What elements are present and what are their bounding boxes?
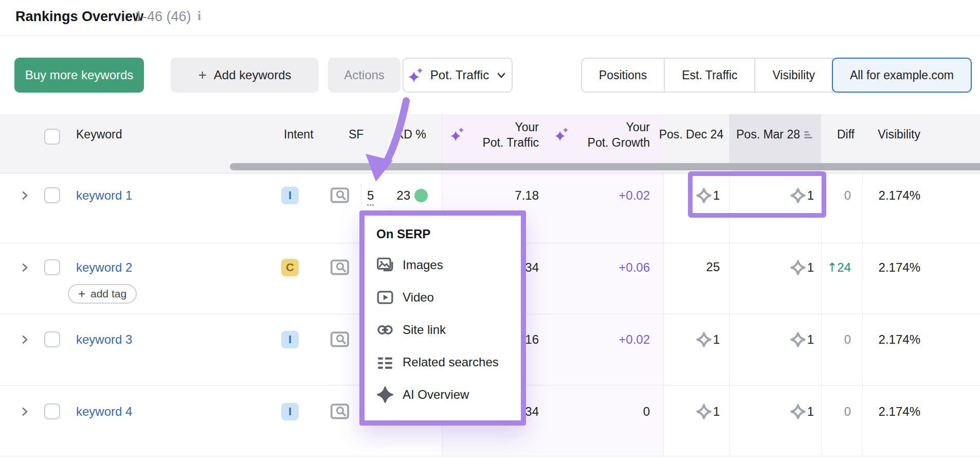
title-bar: Rankings Overview 1-46 (46) i (0, 0, 980, 36)
pot-traffic-value: 7.18 (515, 188, 539, 203)
diff-value: ↑24 (827, 260, 851, 275)
rankings-overview-page: Rankings Overview 1-46 (46) i Buy more k… (0, 0, 980, 459)
chevron-down-icon (495, 69, 507, 81)
col-header-pos-mar[interactable]: Pos. Mar 28 (736, 128, 813, 142)
serp-feature-label: Site link (403, 323, 446, 337)
tab-est-traffic[interactable]: Est. Traffic (665, 59, 755, 92)
row-checkbox[interactable] (44, 259, 60, 275)
position-dec-24-cell: 1 (696, 404, 720, 419)
position-value: 1 (713, 404, 720, 419)
serp-feature-label: AI Overview (403, 387, 469, 402)
ai-overview-icon (696, 404, 712, 419)
diff-value: 0 (844, 404, 851, 419)
ai-overview-icon (790, 260, 806, 275)
row-separator (0, 456, 980, 456)
info-icon[interactable]: i (197, 9, 201, 23)
column-divider (663, 173, 664, 456)
pot-traffic-value: 34 (525, 260, 539, 275)
position-dec-24-cell: 25 (706, 260, 720, 274)
position-dec-24-cell: 1 (696, 332, 720, 347)
position-value: 1 (807, 404, 814, 419)
col-header-pot-growth[interactable]: Your Pot. Growth (547, 119, 650, 150)
row-expander-chevron[interactable] (19, 189, 31, 202)
pot-traffic-dropdown[interactable]: Pot. Traffic (403, 58, 513, 93)
ai-overview-icon (790, 404, 806, 419)
related-searches-icon (376, 354, 394, 371)
col-header-keyword[interactable]: Keyword (76, 128, 122, 142)
position-mar-28-cell: 1 (790, 188, 814, 203)
cell-divider (361, 184, 361, 207)
serp-features-icon[interactable] (330, 186, 351, 205)
plus-icon: + (78, 287, 85, 301)
ai-sparkle-icon (408, 67, 424, 83)
serp-feature-label: Related searches (403, 355, 499, 369)
keyword-link[interactable]: keyword 2 (76, 260, 132, 275)
page-title: Rankings Overview (15, 9, 143, 25)
col-header-pot-traffic[interactable]: Your Pot. Traffic (436, 119, 539, 150)
serp-feature-images[interactable]: Images (376, 255, 511, 275)
col-header-pos-mar-label: Pos. Mar 28 (736, 128, 800, 142)
visibility-value: 2.174% (879, 188, 920, 203)
intent-badge-c: C (281, 259, 299, 276)
serp-feature-site-link[interactable]: Site link (376, 320, 511, 340)
add-keywords-button[interactable]: + Add keywords (171, 58, 319, 93)
plus-icon: + (198, 68, 206, 82)
col-header-kd[interactable]: KD % (396, 128, 426, 142)
video-icon (376, 289, 394, 306)
keyword-link[interactable]: keyword 4 (76, 404, 132, 419)
row-expander-chevron[interactable] (19, 333, 31, 346)
sf-count[interactable]: 5 (367, 188, 374, 206)
serp-features-icon[interactable] (330, 402, 351, 421)
pot-traffic-value: 34 (525, 404, 539, 419)
column-divider (821, 173, 822, 456)
ai-overview-icon (696, 188, 712, 203)
col-header-diff[interactable]: Diff (803, 128, 855, 142)
diff-value: 0 (844, 188, 851, 203)
position-value: 25 (706, 260, 720, 274)
visibility-value: 2.174% (879, 260, 920, 275)
position-value: 1 (713, 188, 720, 203)
intent-badge-i: I (281, 403, 299, 420)
col-header-visibility[interactable]: Visibility (854, 128, 920, 142)
pot-traffic-dropdown-label: Pot. Traffic (430, 68, 489, 82)
site-link-icon (376, 321, 394, 339)
keyword-link[interactable]: keyword 3 (76, 332, 132, 347)
column-divider (862, 173, 863, 456)
col-header-pos-dec[interactable]: Pos. Dec 24 (638, 128, 723, 142)
row-expander-chevron[interactable] (19, 405, 31, 418)
serp-feature-related-searches[interactable]: Related searches (376, 352, 511, 373)
pot-growth-value: +0.02 (619, 188, 650, 203)
horizontal-scrollbar[interactable] (230, 163, 980, 170)
select-all-checkbox[interactable] (44, 129, 60, 145)
actions-label: Actions (344, 68, 385, 82)
tab-all-for-example-com[interactable]: All for example.com (832, 58, 972, 93)
serp-feature-video[interactable]: Video (376, 287, 511, 308)
page-range-count: 1-46 (46) (135, 9, 191, 25)
visibility-value: 2.174% (879, 332, 920, 347)
kd-difficulty-dot (414, 189, 428, 202)
buy-more-keywords-button[interactable]: Buy more keywords (14, 58, 144, 93)
tab-positions[interactable]: Positions (582, 59, 665, 92)
position-dec-24-cell: 1 (696, 188, 720, 203)
view-tab-group: PositionsEst. TrafficVisibilityAll for e… (581, 58, 972, 93)
tab-visibility[interactable]: Visibility (755, 59, 833, 92)
position-mar-28-cell: 1 (790, 404, 814, 419)
position-mar-28-cell: 1 (790, 332, 814, 347)
col-header-intent[interactable]: Intent (284, 128, 314, 142)
pot-growth-value: +0.02 (619, 332, 650, 347)
col-header-sf[interactable]: SF (349, 128, 364, 142)
keyword-link[interactable]: keyword 1 (76, 188, 132, 203)
serp-feature-ai-overview[interactable]: AI Overview (376, 384, 511, 405)
ai-overview-icon (790, 332, 806, 347)
serp-features-icon[interactable] (330, 330, 351, 349)
actions-button[interactable]: Actions (328, 58, 401, 93)
row-expander-chevron[interactable] (19, 261, 31, 274)
diff-value: 0 (844, 332, 851, 347)
row-checkbox[interactable] (44, 187, 60, 203)
row-checkbox[interactable] (44, 331, 60, 347)
row-checkbox[interactable] (44, 403, 60, 419)
serp-features-icon[interactable] (330, 258, 351, 277)
col-header-pot-traffic-line1: Your (436, 119, 539, 135)
add-tag-label: add tag (90, 288, 126, 300)
add-tag-button[interactable]: +add tag (68, 284, 137, 304)
